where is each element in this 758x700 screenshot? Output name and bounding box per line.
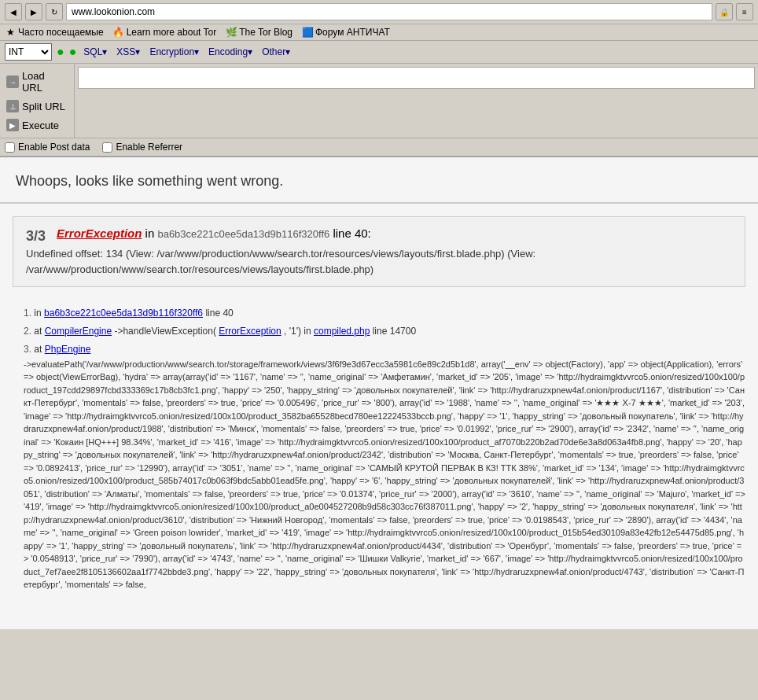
back-button[interactable]: ◀ [5,3,22,20]
enable-referrer-checkbox[interactable] [102,142,112,153]
content-area: Whoops, looks like something went wrong.… [0,157,758,629]
enable-referrer-text: Enable Referrer [116,142,182,153]
bookmark-tor-blog-label: The Tor Blog [239,27,293,38]
bookmark-frequent-label: Часто посещаемые [18,27,104,38]
bookmark-tor-label: Learn more about Tor [127,27,217,38]
browser-chrome: ◀ ▶ ↻ 🔒 ≡ ★ Часто посещаемые 🔥 Learn mor… [0,0,758,157]
forward-button[interactable]: ▶ [25,3,42,20]
load-url-label: Load URL [22,70,68,94]
fire-icon: 🔥 [113,27,124,38]
enable-post-text: Enable Post data [18,142,90,153]
url-input[interactable] [78,67,755,89]
bookmark-tor[interactable]: 🔥 Learn more about Tor [113,27,217,38]
split-url-label: Split URL [22,101,65,112]
error-message: Undefined offset: 134 (View: /var/www/pr… [26,246,732,277]
tor-blog-icon: 🌿 [226,27,237,38]
enable-post-checkbox[interactable] [5,142,15,153]
error-in-text: in [145,227,158,240]
green-dot-2: ● [69,45,77,59]
green-dot-1: ● [57,45,64,59]
execute-icon: ▶ [6,119,19,131]
sql-menu[interactable]: SQL▾ [81,46,109,58]
bookmark-frequent[interactable]: ★ Часто посещаемые [5,27,104,38]
stack-num-2: 2. [24,326,31,337]
error-line: line 40: [333,227,370,240]
bookmark-antichat[interactable]: 🟦 Форум АНТИЧАТ [302,27,390,38]
menu-button[interactable]: ≡ [736,3,753,20]
error-title: ErrorException in ba6b3ce221c0ee5da13d9b… [26,227,732,240]
stack-link-2[interactable]: CompilerEngine [45,326,112,337]
split-url-button[interactable]: ⊥ Split URL [0,97,74,116]
error-counter: 3/3 [26,228,46,245]
encryption-menu[interactable]: Encryption▾ [147,46,201,58]
load-url-icon: → [6,76,19,88]
stack-args-2: , '1') in [284,326,314,337]
xss-menu[interactable]: XSS▾ [114,46,142,58]
stack-prefix-3: at [34,344,44,355]
stack-detail-3: ->evaluatePath('/var/www/production/www/… [24,358,745,591]
stack-trace: 1. in ba6b3ce221c0ee5da13d9b116f320ff6 l… [0,300,758,601]
error-hash: ba6b3ce221c0ee5da13d9b116f320ff6 [157,228,329,240]
int-select[interactable]: INT FLOAT TEXT [5,43,52,61]
stack-suffix-1: line 40 [205,308,233,319]
bookmarks-bar: ★ Часто посещаемые 🔥 Learn more about To… [0,24,758,41]
stack-prefix-2: at [34,326,44,337]
error-box: 3/3 ErrorException in ba6b3ce221c0ee5da1… [13,216,745,287]
enable-referrer-label[interactable]: Enable Referrer [102,142,182,153]
refresh-button[interactable]: ↻ [46,3,63,20]
enable-post-label[interactable]: Enable Post data [5,142,90,153]
stack-item-3: 3. at PhpEngine ->evaluatePath('/var/www… [24,342,745,591]
stack-link-1[interactable]: ba6b3ce221c0ee5da13d9b116f320ff6 [44,308,203,319]
stack-file-link-2[interactable]: compiled.php [314,326,370,337]
stack-item-1: 1. in ba6b3ce221c0ee5da13d9b116f320ff6 l… [24,306,745,321]
split-url-icon: ⊥ [6,100,19,112]
exception-type-link[interactable]: ErrorException [57,227,142,240]
side-panel: → Load URL ⊥ Split URL ▶ Execute [0,64,75,138]
url-input-area [75,64,758,138]
stack-num-3: 3. [24,344,31,355]
stack-item-2: 2. at CompilerEngine ->handleViewExcepti… [24,324,745,339]
bookmark-tor-blog[interactable]: 🌿 The Tor Blog [226,27,293,38]
post-ref-row: Enable Post data Enable Referrer [0,138,758,157]
execute-button[interactable]: ▶ Execute [0,116,74,134]
stack-method-2: ->handleViewException( [114,326,216,337]
stack-error-exception-link[interactable]: ErrorException [219,326,281,337]
star-icon: ★ [5,27,16,38]
load-url-button[interactable]: → Load URL [0,67,74,97]
encoding-menu[interactable]: Encoding▾ [206,46,255,58]
stack-prefix-1: in [34,308,44,319]
stack-num-1: 1. [24,308,31,319]
whoops-banner: Whoops, looks like something went wrong. [0,157,758,204]
execute-label: Execute [22,120,59,131]
bookmark-antichat-label: Форум АНТИЧАТ [315,27,390,38]
tor-icon-button[interactable]: 🔒 [716,3,733,20]
url-bar[interactable] [66,3,712,20]
sql-toolbar: INT FLOAT TEXT ● ● SQL▾ XSS▾ Encryption▾… [0,41,758,64]
stack-file-suffix-2: line 14700 [373,326,416,337]
stack-link-3[interactable]: PhpEngine [45,344,91,355]
antichat-icon: 🟦 [302,27,313,38]
nav-bar: ◀ ▶ ↻ 🔒 ≡ [0,0,758,24]
input-area: → Load URL ⊥ Split URL ▶ Execute [0,64,758,138]
other-menu[interactable]: Other▾ [259,46,293,58]
whoops-text: Whoops, looks like something went wrong. [16,173,742,190]
